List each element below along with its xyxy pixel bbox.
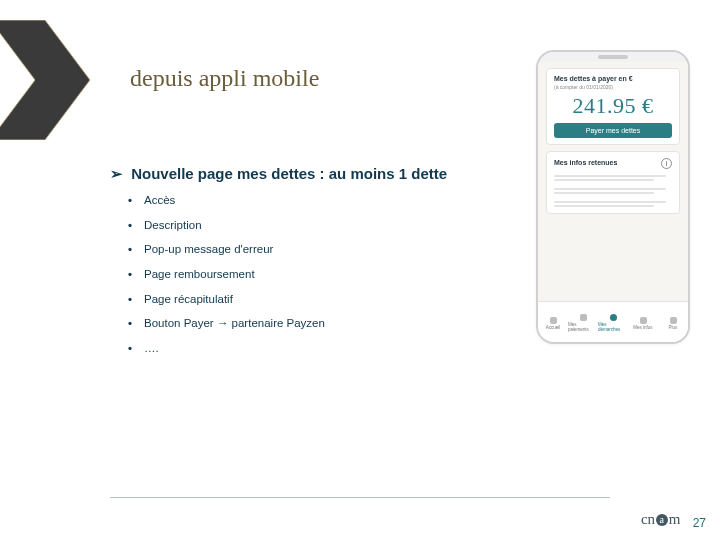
bullet-item: •Accès	[128, 194, 325, 207]
bullet-list: •Accès •Description •Pop-up message d'er…	[128, 194, 325, 366]
info-card: Mes infos retenues i	[546, 151, 680, 214]
placeholder-line	[554, 201, 666, 203]
tab-home[interactable]: Accueil	[538, 317, 568, 330]
logo-text: cn	[641, 511, 655, 527]
bullet-item: •Pop-up message d'erreur	[128, 243, 325, 256]
pay-debts-button[interactable]: Payer mes dettes	[554, 123, 672, 138]
tab-payments[interactable]: Mes paiements	[568, 314, 598, 332]
placeholder-line	[554, 175, 666, 177]
bullet-item: •Page récapitulatif	[128, 293, 325, 306]
tab-label: Mes infos	[633, 325, 652, 330]
logo-text: a	[656, 514, 668, 526]
tab-infos[interactable]: Mes infos	[628, 317, 658, 330]
info-icon[interactable]: i	[661, 158, 672, 169]
bullet-item: •….	[128, 342, 325, 355]
cnam-logo: cnam	[641, 511, 680, 528]
debt-amount: 241.95 €	[554, 93, 672, 119]
tab-more[interactable]: Plus	[658, 317, 688, 330]
phone-mockup: Mes dettes à payer en € (à compter du 01…	[536, 50, 690, 344]
slide-title: depuis appli mobile	[130, 65, 319, 92]
phone-tabbar: Accueil Mes paiements Mes démarches Mes …	[538, 301, 688, 342]
tab-demarches[interactable]: Mes démarches	[598, 314, 628, 332]
bullet-text: Page récapitulatif	[144, 293, 233, 305]
tab-label: Mes paiements	[568, 322, 598, 332]
bullet-text: Pop-up message d'erreur	[144, 243, 273, 255]
logo-text: m	[669, 511, 680, 527]
section-heading-text: Nouvelle page mes dettes : au moins 1 de…	[131, 165, 447, 182]
debt-card-title: Mes dettes à payer en €	[554, 75, 672, 82]
tab-label: Plus	[669, 325, 678, 330]
placeholder-line	[554, 188, 666, 190]
placeholder-line	[554, 205, 654, 207]
svg-marker-0	[0, 20, 90, 140]
phone-screen: Mes dettes à payer en € (à compter du 01…	[538, 62, 688, 302]
tab-label: Mes démarches	[598, 322, 628, 332]
bullet-item: •Bouton Payer → partenaire Payzen	[128, 317, 325, 330]
bullet-text: Bouton Payer → partenaire Payzen	[144, 317, 325, 329]
bullet-text: Description	[144, 219, 202, 231]
tab-label: Accueil	[546, 325, 561, 330]
bullet-text: ….	[144, 342, 159, 354]
decor-chevron	[0, 20, 110, 140]
debt-card-subtitle: (à compter du 01/01/2020)	[554, 84, 672, 90]
info-card-title: Mes infos retenues	[554, 159, 617, 166]
phone-notch	[538, 52, 688, 62]
section-heading: ➢ Nouvelle page mes dettes : au moins 1 …	[110, 165, 447, 183]
bullet-text: Page remboursement	[144, 268, 255, 280]
bullet-item: •Description	[128, 219, 325, 232]
chevron-right-icon: ➢	[110, 165, 123, 183]
page-number: 27	[693, 516, 706, 530]
debt-card: Mes dettes à payer en € (à compter du 01…	[546, 68, 680, 145]
footer-rule	[110, 497, 610, 498]
bullet-item: •Page remboursement	[128, 268, 325, 281]
bullet-text: Accès	[144, 194, 175, 206]
